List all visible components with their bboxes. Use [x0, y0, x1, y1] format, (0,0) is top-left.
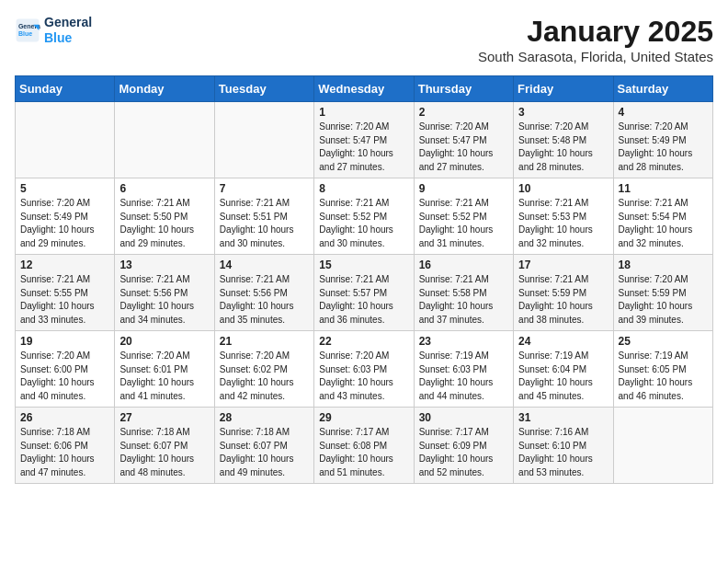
calendar-title: January 2025: [478, 15, 713, 49]
column-header-tuesday: Tuesday: [214, 76, 313, 102]
column-header-thursday: Thursday: [414, 76, 513, 102]
calendar-cell: 19Sunrise: 7:20 AM Sunset: 6:00 PM Dayli…: [16, 331, 115, 408]
day-number: 12: [20, 259, 109, 271]
calendar-cell: [115, 102, 214, 178]
calendar-week-1: 1Sunrise: 7:20 AM Sunset: 5:47 PM Daylig…: [16, 102, 713, 178]
day-number: 28: [220, 411, 309, 424]
day-number: 4: [619, 106, 708, 119]
day-info: Sunrise: 7:21 AM Sunset: 5:56 PM Dayligh…: [220, 273, 309, 327]
day-info: Sunrise: 7:19 AM Sunset: 6:03 PM Dayligh…: [419, 350, 508, 403]
day-info: Sunrise: 7:20 AM Sunset: 5:59 PM Dayligh…: [619, 273, 708, 327]
day-number: 1: [319, 106, 408, 119]
calendar-cell: 8Sunrise: 7:21 AM Sunset: 5:52 PM Daylig…: [314, 178, 414, 255]
day-info: Sunrise: 7:21 AM Sunset: 5:53 PM Dayligh…: [518, 197, 608, 250]
day-info: Sunrise: 7:18 AM Sunset: 6:07 PM Dayligh…: [119, 426, 209, 479]
calendar-cell: 17Sunrise: 7:21 AM Sunset: 5:59 PM Dayli…: [514, 255, 613, 331]
calendar-cell: 31Sunrise: 7:16 AM Sunset: 6:10 PM Dayli…: [514, 408, 613, 484]
calendar-table: SundayMondayTuesdayWednesdayThursdayFrid…: [15, 75, 713, 484]
day-info: Sunrise: 7:20 AM Sunset: 5:47 PM Dayligh…: [419, 121, 508, 174]
day-number: 20: [119, 335, 209, 348]
day-info: Sunrise: 7:17 AM Sunset: 6:09 PM Dayligh…: [419, 426, 508, 479]
day-number: 29: [319, 411, 408, 424]
day-info: Sunrise: 7:19 AM Sunset: 6:04 PM Dayligh…: [518, 350, 608, 403]
logo-text-line1: General: [44, 15, 92, 30]
calendar-week-5: 26Sunrise: 7:18 AM Sunset: 6:06 PM Dayli…: [16, 408, 713, 484]
day-info: Sunrise: 7:21 AM Sunset: 5:51 PM Dayligh…: [220, 197, 309, 250]
calendar-week-4: 19Sunrise: 7:20 AM Sunset: 6:00 PM Dayli…: [16, 331, 713, 408]
day-info: Sunrise: 7:20 AM Sunset: 5:49 PM Dayligh…: [619, 121, 708, 174]
calendar-cell: 14Sunrise: 7:21 AM Sunset: 5:56 PM Dayli…: [214, 255, 313, 331]
calendar-subtitle: South Sarasota, Florida, United States: [478, 49, 713, 64]
column-header-friday: Friday: [514, 76, 613, 102]
calendar-week-2: 5Sunrise: 7:20 AM Sunset: 5:49 PM Daylig…: [16, 178, 713, 255]
day-number: 13: [119, 259, 209, 271]
day-number: 10: [518, 182, 608, 195]
calendar-cell: 10Sunrise: 7:21 AM Sunset: 5:53 PM Dayli…: [514, 178, 613, 255]
day-number: 22: [319, 335, 408, 348]
calendar-cell: 24Sunrise: 7:19 AM Sunset: 6:04 PM Dayli…: [514, 331, 613, 408]
day-info: Sunrise: 7:21 AM Sunset: 5:57 PM Dayligh…: [319, 273, 408, 327]
calendar-cell: 28Sunrise: 7:18 AM Sunset: 6:07 PM Dayli…: [214, 408, 313, 484]
day-info: Sunrise: 7:21 AM Sunset: 5:54 PM Dayligh…: [619, 197, 708, 250]
calendar-cell: 22Sunrise: 7:20 AM Sunset: 6:03 PM Dayli…: [314, 331, 414, 408]
day-number: 24: [518, 335, 608, 348]
calendar-cell: 23Sunrise: 7:19 AM Sunset: 6:03 PM Dayli…: [414, 331, 513, 408]
day-number: 2: [419, 106, 508, 119]
calendar-cell: 1Sunrise: 7:20 AM Sunset: 5:47 PM Daylig…: [314, 102, 414, 178]
day-number: 26: [20, 411, 109, 424]
calendar-cell: 7Sunrise: 7:21 AM Sunset: 5:51 PM Daylig…: [214, 178, 313, 255]
calendar-cell: 26Sunrise: 7:18 AM Sunset: 6:06 PM Dayli…: [16, 408, 115, 484]
page-header: General Blue General Blue January 2025 S…: [15, 15, 713, 64]
calendar-cell: 15Sunrise: 7:21 AM Sunset: 5:57 PM Dayli…: [314, 255, 414, 331]
day-info: Sunrise: 7:18 AM Sunset: 6:07 PM Dayligh…: [220, 426, 309, 479]
day-info: Sunrise: 7:21 AM Sunset: 5:58 PM Dayligh…: [419, 273, 508, 327]
calendar-week-3: 12Sunrise: 7:21 AM Sunset: 5:55 PM Dayli…: [16, 255, 713, 331]
day-number: 27: [119, 411, 209, 424]
calendar-cell: 3Sunrise: 7:20 AM Sunset: 5:48 PM Daylig…: [514, 102, 613, 178]
day-number: 25: [619, 335, 708, 348]
column-header-saturday: Saturday: [613, 76, 712, 102]
day-info: Sunrise: 7:20 AM Sunset: 6:01 PM Dayligh…: [119, 350, 209, 403]
calendar-cell: 5Sunrise: 7:20 AM Sunset: 5:49 PM Daylig…: [16, 178, 115, 255]
calendar-cell: 11Sunrise: 7:21 AM Sunset: 5:54 PM Dayli…: [613, 178, 712, 255]
calendar-cell: 2Sunrise: 7:20 AM Sunset: 5:47 PM Daylig…: [414, 102, 513, 178]
day-info: Sunrise: 7:21 AM Sunset: 5:59 PM Dayligh…: [518, 273, 608, 327]
day-info: Sunrise: 7:21 AM Sunset: 5:55 PM Dayligh…: [20, 273, 109, 327]
day-number: 17: [518, 259, 608, 271]
day-number: 23: [419, 335, 508, 348]
day-info: Sunrise: 7:21 AM Sunset: 5:50 PM Dayligh…: [119, 197, 209, 250]
day-number: 30: [419, 411, 508, 424]
logo: General Blue General Blue: [15, 15, 92, 46]
day-number: 19: [20, 335, 109, 348]
column-header-wednesday: Wednesday: [314, 76, 414, 102]
day-info: Sunrise: 7:20 AM Sunset: 5:48 PM Dayligh…: [518, 121, 608, 174]
calendar-cell: 9Sunrise: 7:21 AM Sunset: 5:52 PM Daylig…: [414, 178, 513, 255]
svg-text:Blue: Blue: [18, 30, 32, 37]
day-number: 18: [619, 259, 708, 271]
calendar-cell: [214, 102, 313, 178]
calendar-cell: [613, 408, 712, 484]
calendar-cell: 30Sunrise: 7:17 AM Sunset: 6:09 PM Dayli…: [414, 408, 513, 484]
calendar-cell: 25Sunrise: 7:19 AM Sunset: 6:05 PM Dayli…: [613, 331, 712, 408]
calendar-cell: 18Sunrise: 7:20 AM Sunset: 5:59 PM Dayli…: [613, 255, 712, 331]
day-number: 16: [419, 259, 508, 271]
day-info: Sunrise: 7:20 AM Sunset: 5:47 PM Dayligh…: [319, 121, 408, 174]
day-info: Sunrise: 7:16 AM Sunset: 6:10 PM Dayligh…: [518, 426, 608, 479]
day-info: Sunrise: 7:18 AM Sunset: 6:06 PM Dayligh…: [20, 426, 109, 479]
day-info: Sunrise: 7:20 AM Sunset: 6:00 PM Dayligh…: [20, 350, 109, 403]
calendar-cell: 4Sunrise: 7:20 AM Sunset: 5:49 PM Daylig…: [613, 102, 712, 178]
header-row: SundayMondayTuesdayWednesdayThursdayFrid…: [16, 76, 713, 102]
day-number: 14: [220, 259, 309, 271]
day-info: Sunrise: 7:19 AM Sunset: 6:05 PM Dayligh…: [619, 350, 708, 403]
calendar-cell: 16Sunrise: 7:21 AM Sunset: 5:58 PM Dayli…: [414, 255, 513, 331]
day-info: Sunrise: 7:17 AM Sunset: 6:08 PM Dayligh…: [319, 426, 408, 479]
calendar-cell: [16, 102, 115, 178]
day-info: Sunrise: 7:21 AM Sunset: 5:52 PM Dayligh…: [319, 197, 408, 250]
day-number: 9: [419, 182, 508, 195]
calendar-cell: 12Sunrise: 7:21 AM Sunset: 5:55 PM Dayli…: [16, 255, 115, 331]
day-info: Sunrise: 7:20 AM Sunset: 6:03 PM Dayligh…: [319, 350, 408, 403]
calendar-cell: 29Sunrise: 7:17 AM Sunset: 6:08 PM Dayli…: [314, 408, 414, 484]
day-info: Sunrise: 7:21 AM Sunset: 5:56 PM Dayligh…: [119, 273, 209, 327]
day-info: Sunrise: 7:20 AM Sunset: 5:49 PM Dayligh…: [20, 197, 109, 250]
logo-text-line2: Blue: [44, 30, 92, 46]
